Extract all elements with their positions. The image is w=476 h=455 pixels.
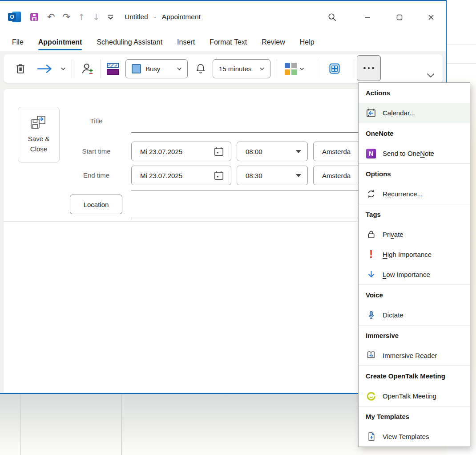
reminder-bell-icon[interactable] [195, 63, 206, 74]
end-time-field[interactable]: 08:30 [237, 166, 308, 185]
show-as-status-icon[interactable] [107, 63, 119, 75]
save-close-icon [30, 115, 48, 130]
chevron-down-icon [259, 67, 265, 71]
category-orange [285, 69, 290, 75]
undo-icon[interactable]: ↶ [47, 12, 55, 22]
menu-item-label: View Templates [383, 433, 429, 440]
more-options-menu: Actions Calendar... OneNote N Send to On… [358, 82, 470, 447]
background-divider [447, 63, 476, 64]
tab-format-text[interactable]: Format Text [210, 38, 247, 49]
reminder-select[interactable]: 15 minutes [213, 59, 270, 78]
tab-help[interactable]: Help [300, 38, 315, 49]
forward-options-chevron-icon[interactable] [61, 67, 66, 71]
end-date-value: Mi 23.07.2025 [140, 172, 182, 179]
location-button[interactable]: Location [70, 195, 122, 214]
minimize-button[interactable] [362, 12, 373, 23]
category-blue [285, 63, 290, 68]
end-time-label: End time [67, 171, 126, 179]
category-gray [291, 63, 297, 68]
move-up-icon: ↑ [78, 13, 85, 21]
save-close-label-line2: Close [28, 144, 49, 154]
menu-item-label: Immersive Reader [383, 352, 437, 359]
menu-item-immersive-reader[interactable]: Immersive Reader [359, 345, 470, 366]
invite-attendees-icon[interactable] [81, 62, 94, 75]
menu-item-send-to-onenote[interactable]: N Send to OneNote [359, 143, 470, 163]
busy-swatch [132, 64, 141, 73]
apps-grid-icon[interactable] [328, 62, 341, 75]
menu-item-private[interactable]: Private [359, 224, 470, 244]
opentalk-icon [366, 391, 376, 402]
menu-item-label: Recurrence... [383, 190, 423, 198]
menu-header-immersive: Immersive [359, 325, 470, 345]
menu-header-voice: Voice [359, 285, 470, 305]
close-button[interactable] [426, 12, 436, 23]
delete-icon[interactable] [14, 62, 27, 75]
tab-scheduling-assistant[interactable]: Scheduling Assistant [97, 38, 162, 49]
title-separator: - [154, 13, 156, 21]
save-close-label-line1: Save & [28, 134, 49, 144]
low-importance-icon [366, 269, 376, 280]
tab-insert[interactable]: Insert [177, 38, 195, 49]
tab-file[interactable]: File [12, 38, 24, 49]
view-templates-icon [366, 431, 376, 442]
background-divider [121, 394, 122, 455]
menu-item-recurrence[interactable]: Recurrence... [359, 184, 470, 204]
background-divider [20, 394, 20, 455]
toolbar-divider [317, 60, 317, 78]
outlook-app-icon[interactable]: O [8, 11, 21, 23]
calendar-import-icon [366, 108, 376, 118]
save-icon[interactable] [29, 12, 40, 22]
calendar-icon[interactable] [213, 146, 225, 157]
out-of-office-swatch [107, 69, 119, 75]
menu-item-label: Calendar... [383, 109, 415, 117]
start-time-field[interactable]: 08:00 [237, 142, 308, 161]
item-type: Appointment [162, 13, 201, 21]
start-time-value: 08:00 [246, 148, 262, 155]
menu-item-label: Low Importance [383, 271, 430, 278]
menu-item-high-importance[interactable]: ! High Importance [359, 244, 470, 264]
category-green [291, 69, 297, 75]
end-date-field[interactable]: Mi 23.07.2025 [131, 166, 231, 185]
categorize-button[interactable] [285, 63, 304, 75]
show-as-select[interactable]: Busy [125, 59, 188, 78]
location-label: Location [84, 201, 109, 208]
chevron-down-icon [177, 67, 182, 71]
menu-item-label: High Importance [383, 251, 432, 258]
microphone-icon [366, 310, 376, 321]
maximize-button[interactable] [394, 12, 405, 23]
start-timezone-value: Amsterda [322, 148, 351, 155]
dropdown-triangle-icon [296, 174, 301, 177]
forward-arrow-icon[interactable] [36, 64, 53, 73]
tab-appointment[interactable]: Appointment [38, 38, 82, 49]
quick-access-toolbar: O ↶ ↷ ↑ ↓ Untitled - Appointment [8, 9, 201, 25]
tab-review[interactable]: Review [262, 38, 285, 49]
customize-quick-access-icon[interactable] [107, 14, 114, 20]
search-icon[interactable] [327, 12, 337, 22]
menu-header-create-opentalk-meeting: Create OpenTalk Meeting [359, 366, 470, 386]
menu-header-actions: Actions [359, 83, 470, 103]
menu-item-opentalk-meeting[interactable]: OpenTalk Meeting [359, 386, 470, 406]
move-down-icon: ↓ [93, 13, 100, 21]
dropdown-triangle-icon [296, 150, 301, 153]
toolbar-divider [72, 60, 72, 78]
ribbon-tabs: File Appointment Scheduling Assistant In… [12, 38, 315, 49]
onenote-icon: N [366, 148, 376, 159]
outlook-logo-o: O [8, 13, 16, 21]
screen: O ↶ ↷ ↑ ↓ Untitled - Appointment [0, 0, 476, 455]
tentative-swatch [107, 63, 119, 68]
collapse-ribbon-chevron-icon[interactable] [426, 73, 435, 78]
more-options-button[interactable] [357, 55, 381, 81]
menu-item-view-templates[interactable]: View Templates [359, 427, 470, 447]
lock-icon [366, 229, 376, 240]
menu-item-calendar[interactable]: Calendar... [359, 103, 470, 123]
redo-icon[interactable]: ↷ [63, 12, 71, 22]
start-date-field[interactable]: Mi 23.07.2025 [131, 142, 231, 161]
menu-item-dictate[interactable]: Dictate [359, 305, 470, 325]
menu-item-low-importance[interactable]: Low Importance [359, 264, 470, 284]
calendar-icon[interactable] [213, 170, 225, 181]
save-and-close-button[interactable]: Save & Close [18, 107, 60, 162]
document-name: Untitled [125, 13, 148, 21]
start-date-value: Mi 23.07.2025 [140, 148, 182, 155]
toolbar-divider [277, 60, 277, 78]
menu-item-label: Send to OneNote [383, 150, 434, 157]
